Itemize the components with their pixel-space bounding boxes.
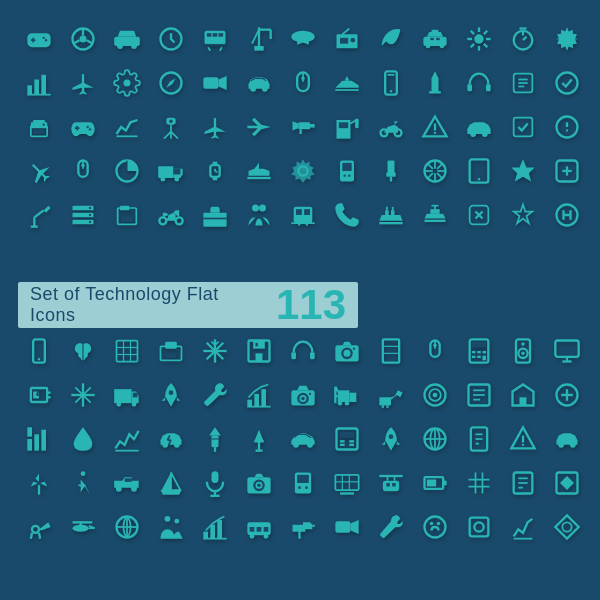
icon-wristwatch xyxy=(194,150,236,192)
svg-point-248 xyxy=(117,402,122,407)
svg-rect-173 xyxy=(385,210,389,215)
icon-game-handheld xyxy=(282,462,324,504)
svg-point-271 xyxy=(433,393,438,398)
icon-cable-car xyxy=(370,462,412,504)
svg-point-257 xyxy=(301,397,305,401)
icon-rocket xyxy=(150,374,192,416)
icon-placeholder7 xyxy=(546,150,588,192)
svg-point-34 xyxy=(426,44,431,49)
icon-crane xyxy=(238,18,280,60)
icons-grid xyxy=(18,18,582,236)
svg-rect-52 xyxy=(27,85,32,94)
svg-rect-280 xyxy=(27,439,32,451)
icon-sedan xyxy=(238,62,280,104)
icon-concrete-mixer xyxy=(18,506,60,548)
svg-rect-163 xyxy=(203,213,226,227)
icon-placeholder10 xyxy=(546,194,588,236)
icon-microphone xyxy=(194,462,236,504)
icon-atm xyxy=(326,418,368,460)
icon-bar-chart3 xyxy=(18,418,60,460)
svg-rect-128 xyxy=(342,163,351,171)
svg-point-249 xyxy=(132,402,137,407)
svg-rect-252 xyxy=(254,394,259,407)
svg-point-368 xyxy=(165,516,171,522)
svg-point-130 xyxy=(348,175,350,177)
svg-point-31 xyxy=(351,38,356,43)
icon-smartphone xyxy=(18,330,60,372)
svg-rect-73 xyxy=(486,84,491,91)
icon-airship xyxy=(282,18,324,60)
icon-steering-wheel xyxy=(62,18,104,60)
icon-bar-chart xyxy=(18,62,60,104)
svg-rect-99 xyxy=(355,119,359,128)
svg-rect-259 xyxy=(338,390,350,402)
icon-pickup-truck xyxy=(106,462,148,504)
svg-line-50 xyxy=(523,37,527,41)
icon-camera2 xyxy=(238,462,280,504)
svg-rect-36 xyxy=(430,38,434,40)
svg-rect-178 xyxy=(430,209,439,214)
svg-point-212 xyxy=(353,348,355,350)
svg-rect-370 xyxy=(203,532,208,539)
icon-police-car xyxy=(414,18,456,60)
svg-rect-33 xyxy=(432,30,439,34)
icon-ship-large xyxy=(238,150,280,192)
svg-line-44 xyxy=(484,44,487,47)
svg-line-43 xyxy=(471,31,474,34)
svg-rect-228 xyxy=(483,356,487,361)
svg-point-154 xyxy=(89,207,91,209)
svg-rect-251 xyxy=(247,400,252,407)
svg-point-264 xyxy=(345,401,350,406)
icon-video-camera xyxy=(194,62,236,104)
icon-headphones xyxy=(458,62,500,104)
icon-monitor xyxy=(546,330,588,372)
svg-rect-227 xyxy=(477,356,481,358)
icon-disc xyxy=(414,374,456,416)
svg-point-258 xyxy=(309,393,311,395)
icon-car-suv xyxy=(106,18,148,60)
icon-placeholder20 xyxy=(502,506,544,548)
svg-line-359 xyxy=(39,533,40,539)
svg-rect-266 xyxy=(379,397,391,405)
svg-rect-376 xyxy=(257,527,262,532)
icon-electric-car xyxy=(150,418,192,460)
icon-sun-burst xyxy=(458,18,500,60)
icon-bar-chart2 xyxy=(238,374,280,416)
svg-point-68 xyxy=(390,90,392,92)
svg-point-82 xyxy=(43,124,45,126)
svg-rect-246 xyxy=(114,389,132,403)
svg-point-78 xyxy=(557,73,578,94)
svg-rect-54 xyxy=(41,75,46,95)
svg-point-6 xyxy=(80,36,87,43)
icon-military-ship xyxy=(414,194,456,236)
svg-rect-205 xyxy=(253,341,265,349)
icon-clock xyxy=(150,18,192,60)
icon-placeholder9 xyxy=(502,194,544,236)
icon-battery xyxy=(414,462,456,504)
svg-point-385 xyxy=(437,522,441,526)
svg-point-216 xyxy=(393,342,395,344)
icon-solar-panel xyxy=(326,462,368,504)
icon-mobile-phone xyxy=(370,62,412,104)
svg-point-335 xyxy=(305,486,308,489)
icon-computer-mouse xyxy=(62,150,104,192)
svg-rect-375 xyxy=(250,527,255,532)
icon-flashlight xyxy=(194,418,236,460)
icon-person-walking xyxy=(62,462,104,504)
svg-point-105 xyxy=(470,131,476,137)
svg-point-119 xyxy=(175,177,180,182)
svg-point-285 xyxy=(162,442,168,448)
svg-rect-377 xyxy=(264,527,269,532)
svg-point-110 xyxy=(566,129,568,131)
icon-fighter-jet xyxy=(238,106,280,148)
icon-helicopter xyxy=(62,506,104,548)
svg-point-379 xyxy=(264,534,269,539)
icon-delivery-truck xyxy=(106,374,148,416)
svg-line-139 xyxy=(428,164,433,169)
svg-rect-195 xyxy=(165,342,177,349)
icon-drill xyxy=(282,106,324,148)
icon-usb-drive xyxy=(370,150,412,192)
svg-point-286 xyxy=(174,442,180,448)
svg-rect-93 xyxy=(298,122,310,129)
svg-rect-225 xyxy=(483,351,487,353)
